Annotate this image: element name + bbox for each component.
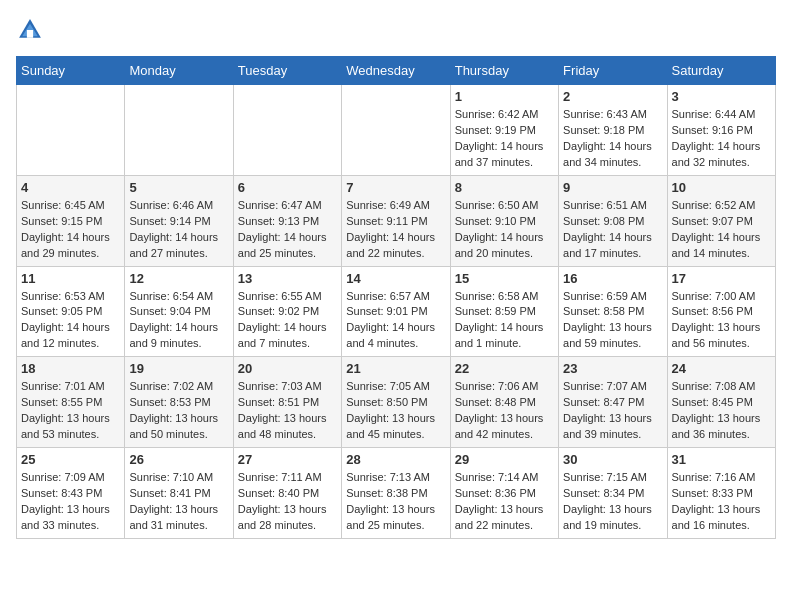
day-info: Sunrise: 7:01 AM Sunset: 8:55 PM Dayligh… xyxy=(21,379,120,443)
day-info: Sunrise: 7:06 AM Sunset: 8:48 PM Dayligh… xyxy=(455,379,554,443)
calendar-cell: 3Sunrise: 6:44 AM Sunset: 9:16 PM Daylig… xyxy=(667,85,775,176)
calendar-table: SundayMondayTuesdayWednesdayThursdayFrid… xyxy=(16,56,776,539)
calendar-cell: 26Sunrise: 7:10 AM Sunset: 8:41 PM Dayli… xyxy=(125,448,233,539)
day-info: Sunrise: 6:59 AM Sunset: 8:58 PM Dayligh… xyxy=(563,289,662,353)
logo xyxy=(16,16,48,44)
day-info: Sunrise: 6:49 AM Sunset: 9:11 PM Dayligh… xyxy=(346,198,445,262)
day-number: 29 xyxy=(455,452,554,467)
day-number: 6 xyxy=(238,180,337,195)
day-number: 17 xyxy=(672,271,771,286)
calendar-cell xyxy=(125,85,233,176)
calendar-cell: 11Sunrise: 6:53 AM Sunset: 9:05 PM Dayli… xyxy=(17,266,125,357)
day-info: Sunrise: 7:09 AM Sunset: 8:43 PM Dayligh… xyxy=(21,470,120,534)
day-info: Sunrise: 7:14 AM Sunset: 8:36 PM Dayligh… xyxy=(455,470,554,534)
day-number: 9 xyxy=(563,180,662,195)
calendar-cell: 8Sunrise: 6:50 AM Sunset: 9:10 PM Daylig… xyxy=(450,175,558,266)
logo-icon xyxy=(16,16,44,44)
weekday-header-wednesday: Wednesday xyxy=(342,57,450,85)
calendar-cell: 12Sunrise: 6:54 AM Sunset: 9:04 PM Dayli… xyxy=(125,266,233,357)
day-number: 31 xyxy=(672,452,771,467)
calendar-cell: 17Sunrise: 7:00 AM Sunset: 8:56 PM Dayli… xyxy=(667,266,775,357)
calendar-cell: 4Sunrise: 6:45 AM Sunset: 9:15 PM Daylig… xyxy=(17,175,125,266)
day-info: Sunrise: 7:00 AM Sunset: 8:56 PM Dayligh… xyxy=(672,289,771,353)
calendar-cell: 22Sunrise: 7:06 AM Sunset: 8:48 PM Dayli… xyxy=(450,357,558,448)
day-number: 28 xyxy=(346,452,445,467)
day-number: 8 xyxy=(455,180,554,195)
day-info: Sunrise: 6:58 AM Sunset: 8:59 PM Dayligh… xyxy=(455,289,554,353)
day-number: 1 xyxy=(455,89,554,104)
day-info: Sunrise: 6:42 AM Sunset: 9:19 PM Dayligh… xyxy=(455,107,554,171)
day-info: Sunrise: 7:08 AM Sunset: 8:45 PM Dayligh… xyxy=(672,379,771,443)
day-number: 13 xyxy=(238,271,337,286)
calendar-cell: 27Sunrise: 7:11 AM Sunset: 8:40 PM Dayli… xyxy=(233,448,341,539)
day-number: 27 xyxy=(238,452,337,467)
calendar-cell: 5Sunrise: 6:46 AM Sunset: 9:14 PM Daylig… xyxy=(125,175,233,266)
day-info: Sunrise: 7:15 AM Sunset: 8:34 PM Dayligh… xyxy=(563,470,662,534)
calendar-cell xyxy=(17,85,125,176)
calendar-cell: 19Sunrise: 7:02 AM Sunset: 8:53 PM Dayli… xyxy=(125,357,233,448)
calendar-cell xyxy=(233,85,341,176)
day-number: 12 xyxy=(129,271,228,286)
day-number: 18 xyxy=(21,361,120,376)
calendar-cell: 30Sunrise: 7:15 AM Sunset: 8:34 PM Dayli… xyxy=(559,448,667,539)
page-header xyxy=(16,16,776,44)
day-info: Sunrise: 7:03 AM Sunset: 8:51 PM Dayligh… xyxy=(238,379,337,443)
calendar-week-row: 11Sunrise: 6:53 AM Sunset: 9:05 PM Dayli… xyxy=(17,266,776,357)
calendar-cell: 16Sunrise: 6:59 AM Sunset: 8:58 PM Dayli… xyxy=(559,266,667,357)
calendar-cell: 29Sunrise: 7:14 AM Sunset: 8:36 PM Dayli… xyxy=(450,448,558,539)
calendar-header-row: SundayMondayTuesdayWednesdayThursdayFrid… xyxy=(17,57,776,85)
day-number: 16 xyxy=(563,271,662,286)
day-number: 21 xyxy=(346,361,445,376)
calendar-cell: 13Sunrise: 6:55 AM Sunset: 9:02 PM Dayli… xyxy=(233,266,341,357)
day-info: Sunrise: 6:57 AM Sunset: 9:01 PM Dayligh… xyxy=(346,289,445,353)
calendar-cell: 10Sunrise: 6:52 AM Sunset: 9:07 PM Dayli… xyxy=(667,175,775,266)
day-info: Sunrise: 6:43 AM Sunset: 9:18 PM Dayligh… xyxy=(563,107,662,171)
weekday-header-monday: Monday xyxy=(125,57,233,85)
calendar-cell: 23Sunrise: 7:07 AM Sunset: 8:47 PM Dayli… xyxy=(559,357,667,448)
day-number: 3 xyxy=(672,89,771,104)
day-number: 10 xyxy=(672,180,771,195)
calendar-cell: 1Sunrise: 6:42 AM Sunset: 9:19 PM Daylig… xyxy=(450,85,558,176)
calendar-cell: 31Sunrise: 7:16 AM Sunset: 8:33 PM Dayli… xyxy=(667,448,775,539)
weekday-header-saturday: Saturday xyxy=(667,57,775,85)
day-info: Sunrise: 6:51 AM Sunset: 9:08 PM Dayligh… xyxy=(563,198,662,262)
calendar-cell: 15Sunrise: 6:58 AM Sunset: 8:59 PM Dayli… xyxy=(450,266,558,357)
day-info: Sunrise: 6:54 AM Sunset: 9:04 PM Dayligh… xyxy=(129,289,228,353)
day-number: 2 xyxy=(563,89,662,104)
calendar-cell: 7Sunrise: 6:49 AM Sunset: 9:11 PM Daylig… xyxy=(342,175,450,266)
day-info: Sunrise: 7:16 AM Sunset: 8:33 PM Dayligh… xyxy=(672,470,771,534)
day-info: Sunrise: 6:55 AM Sunset: 9:02 PM Dayligh… xyxy=(238,289,337,353)
day-number: 26 xyxy=(129,452,228,467)
calendar-cell: 9Sunrise: 6:51 AM Sunset: 9:08 PM Daylig… xyxy=(559,175,667,266)
calendar-cell xyxy=(342,85,450,176)
calendar-cell: 20Sunrise: 7:03 AM Sunset: 8:51 PM Dayli… xyxy=(233,357,341,448)
calendar-cell: 6Sunrise: 6:47 AM Sunset: 9:13 PM Daylig… xyxy=(233,175,341,266)
calendar-week-row: 25Sunrise: 7:09 AM Sunset: 8:43 PM Dayli… xyxy=(17,448,776,539)
day-info: Sunrise: 7:11 AM Sunset: 8:40 PM Dayligh… xyxy=(238,470,337,534)
day-info: Sunrise: 7:05 AM Sunset: 8:50 PM Dayligh… xyxy=(346,379,445,443)
day-number: 15 xyxy=(455,271,554,286)
day-number: 5 xyxy=(129,180,228,195)
day-info: Sunrise: 6:50 AM Sunset: 9:10 PM Dayligh… xyxy=(455,198,554,262)
weekday-header-sunday: Sunday xyxy=(17,57,125,85)
day-number: 24 xyxy=(672,361,771,376)
day-info: Sunrise: 6:46 AM Sunset: 9:14 PM Dayligh… xyxy=(129,198,228,262)
calendar-cell: 18Sunrise: 7:01 AM Sunset: 8:55 PM Dayli… xyxy=(17,357,125,448)
day-info: Sunrise: 6:53 AM Sunset: 9:05 PM Dayligh… xyxy=(21,289,120,353)
day-number: 19 xyxy=(129,361,228,376)
calendar-cell: 14Sunrise: 6:57 AM Sunset: 9:01 PM Dayli… xyxy=(342,266,450,357)
calendar-cell: 24Sunrise: 7:08 AM Sunset: 8:45 PM Dayli… xyxy=(667,357,775,448)
day-number: 30 xyxy=(563,452,662,467)
day-info: Sunrise: 7:10 AM Sunset: 8:41 PM Dayligh… xyxy=(129,470,228,534)
day-info: Sunrise: 7:07 AM Sunset: 8:47 PM Dayligh… xyxy=(563,379,662,443)
day-info: Sunrise: 6:52 AM Sunset: 9:07 PM Dayligh… xyxy=(672,198,771,262)
svg-rect-2 xyxy=(27,30,33,38)
day-info: Sunrise: 7:02 AM Sunset: 8:53 PM Dayligh… xyxy=(129,379,228,443)
day-number: 11 xyxy=(21,271,120,286)
day-number: 22 xyxy=(455,361,554,376)
weekday-header-friday: Friday xyxy=(559,57,667,85)
day-number: 14 xyxy=(346,271,445,286)
calendar-cell: 21Sunrise: 7:05 AM Sunset: 8:50 PM Dayli… xyxy=(342,357,450,448)
calendar-cell: 25Sunrise: 7:09 AM Sunset: 8:43 PM Dayli… xyxy=(17,448,125,539)
calendar-week-row: 1Sunrise: 6:42 AM Sunset: 9:19 PM Daylig… xyxy=(17,85,776,176)
